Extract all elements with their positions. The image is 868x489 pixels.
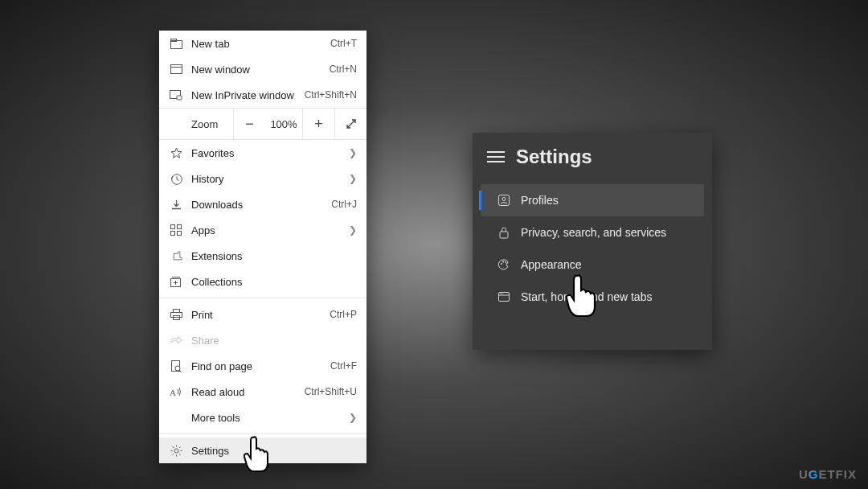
print-icon	[167, 309, 185, 320]
apps-icon	[167, 224, 185, 236]
menu-label: Downloads	[185, 199, 331, 211]
svg-rect-30	[500, 232, 508, 238]
menu-label: Extensions	[185, 250, 357, 262]
watermark: UGETFIX	[799, 467, 857, 481]
svg-point-32	[502, 261, 504, 263]
settings-item-label: Privacy, search, and services	[514, 226, 666, 239]
favorites-icon	[167, 147, 185, 159]
menu-new-window[interactable]: New window Ctrl+N	[159, 56, 366, 82]
menu-shortcut: Ctrl+P	[330, 309, 357, 320]
menu-read-aloud[interactable]: A Read aloud Ctrl+Shift+U	[159, 379, 366, 405]
menu-shortcut: Ctrl+T	[330, 38, 357, 49]
menu-separator	[159, 298, 366, 298]
settings-item-label: Start, home, and new tabs	[514, 290, 652, 303]
inprivate-icon	[167, 90, 185, 101]
menu-label: More tools	[185, 412, 349, 424]
lock-icon	[493, 226, 514, 239]
svg-rect-8	[178, 225, 182, 229]
appearance-icon	[493, 258, 514, 271]
menu-label: New InPrivate window	[185, 89, 305, 101]
settings-sidebar: Settings Profiles Privacy, search, and s…	[473, 133, 712, 350]
settings-item-start[interactable]: Start, home, and new tabs	[481, 281, 704, 313]
history-icon	[167, 173, 185, 185]
settings-item-appearance[interactable]: Appearance	[481, 249, 704, 281]
chevron-right-icon: ❯	[349, 224, 357, 236]
menu-shortcut: Ctrl+J	[331, 199, 357, 210]
svg-point-31	[501, 263, 502, 265]
settings-item-label: Appearance	[514, 258, 582, 271]
settings-title: Settings	[516, 146, 592, 168]
menu-history[interactable]: History ❯	[159, 166, 366, 191]
settings-header: Settings	[473, 146, 712, 184]
menu-extensions[interactable]: Extensions	[159, 243, 366, 269]
menu-label: Print	[185, 309, 330, 321]
share-icon	[167, 335, 185, 346]
svg-point-36	[500, 294, 501, 294]
collections-icon	[167, 276, 185, 287]
zoom-label: Zoom	[159, 118, 233, 130]
svg-rect-12	[173, 310, 179, 313]
svg-rect-2	[170, 65, 182, 74]
menu-shortcut: Ctrl+N	[330, 64, 357, 75]
new-window-icon	[167, 64, 185, 74]
new-tab-icon	[167, 39, 185, 49]
edge-overflow-menu: New tab Ctrl+T New window Ctrl+N New InP…	[159, 31, 366, 463]
menu-downloads[interactable]: Downloads Ctrl+J	[159, 191, 366, 217]
menu-separator	[159, 434, 366, 434]
svg-point-19	[174, 449, 178, 453]
zoom-row: Zoom − 100% +	[159, 108, 366, 140]
menu-share: Share	[159, 327, 366, 353]
svg-line-27	[172, 454, 174, 455]
settings-item-label: Profiles	[514, 194, 559, 207]
svg-line-24	[172, 446, 174, 448]
menu-shortcut: Ctrl+Shift+N	[305, 89, 357, 101]
chevron-right-icon: ❯	[349, 412, 357, 423]
menu-label: Favorites	[185, 147, 349, 159]
find-icon	[167, 360, 185, 372]
menu-apps[interactable]: Apps ❯	[159, 217, 366, 243]
svg-rect-9	[171, 232, 175, 236]
zoom-out-button[interactable]: −	[233, 109, 265, 139]
svg-line-26	[179, 446, 181, 448]
menu-label: Collections	[185, 276, 357, 288]
zoom-in-button[interactable]: +	[302, 109, 334, 139]
svg-rect-13	[170, 313, 182, 318]
downloads-icon	[167, 199, 185, 211]
chevron-right-icon: ❯	[349, 147, 357, 158]
menu-favorites[interactable]: Favorites ❯	[159, 140, 366, 166]
menu-new-tab[interactable]: New tab Ctrl+T	[159, 31, 366, 56]
svg-line-25	[179, 454, 181, 455]
gear-icon	[167, 445, 185, 457]
menu-label: New window	[185, 64, 330, 76]
chevron-right-icon: ❯	[349, 173, 357, 184]
menu-label: Read aloud	[185, 386, 305, 398]
svg-point-29	[502, 198, 506, 201]
menu-shortcut: Ctrl+F	[330, 360, 357, 372]
menu-label: Settings	[185, 445, 357, 457]
start-icon	[493, 291, 514, 302]
menu-new-inprivate[interactable]: New InPrivate window Ctrl+Shift+N	[159, 82, 366, 108]
svg-rect-10	[178, 232, 182, 236]
svg-rect-7	[171, 225, 175, 229]
read-aloud-icon: A	[167, 386, 185, 397]
fullscreen-button[interactable]	[334, 109, 366, 139]
menu-more-tools[interactable]: More tools ❯	[159, 405, 366, 430]
hamburger-icon[interactable]	[487, 151, 505, 162]
menu-label: Share	[185, 335, 357, 347]
settings-item-privacy[interactable]: Privacy, search, and services	[481, 216, 704, 249]
menu-label: History	[185, 173, 349, 185]
menu-label: Apps	[185, 224, 349, 236]
menu-label: New tab	[185, 38, 330, 50]
settings-item-profiles[interactable]: Profiles	[481, 184, 704, 216]
zoom-value: 100%	[265, 118, 302, 130]
svg-rect-5	[177, 96, 182, 100]
svg-point-33	[505, 261, 506, 263]
menu-find-on-page[interactable]: Find on page Ctrl+F	[159, 353, 366, 379]
menu-label: Find on page	[185, 360, 330, 372]
menu-collections[interactable]: Collections	[159, 269, 366, 294]
svg-text:A: A	[170, 388, 176, 397]
menu-print[interactable]: Print Ctrl+P	[159, 302, 366, 327]
profiles-icon	[493, 194, 514, 207]
extensions-icon	[167, 250, 185, 262]
menu-settings[interactable]: Settings	[159, 438, 366, 463]
